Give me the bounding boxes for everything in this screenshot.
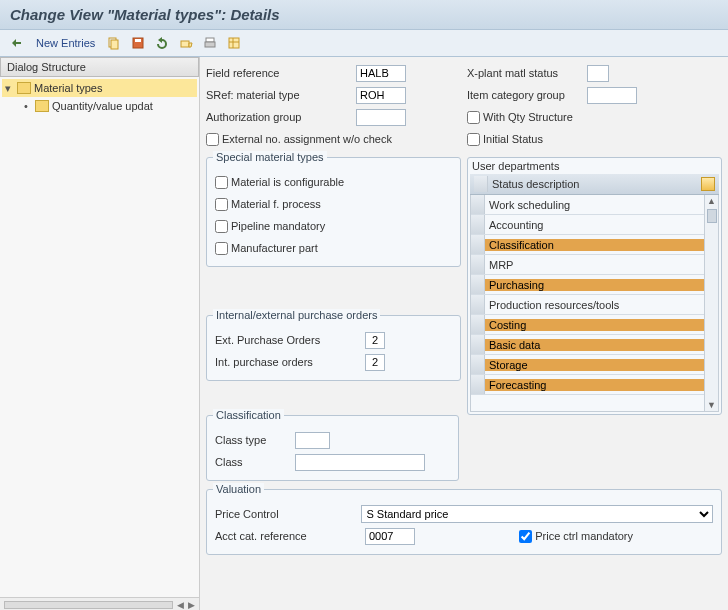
status-column-header[interactable]: Status description (488, 178, 701, 190)
user-dept-row[interactable]: Storage (471, 355, 718, 375)
dialog-structure-title: Dialog Structure (0, 57, 199, 77)
row-handle[interactable] (471, 255, 485, 274)
row-handle[interactable] (471, 235, 485, 254)
price-control-select[interactable]: S Standard price (361, 505, 713, 523)
save-icon[interactable] (129, 34, 147, 52)
select-all-handle[interactable] (474, 176, 488, 192)
scroll-down-icon[interactable]: ▼ (707, 399, 716, 411)
pipeline-checkbox[interactable] (215, 220, 228, 233)
group-legend: Classification (213, 409, 284, 421)
group-legend: Special material types (213, 151, 327, 163)
row-handle[interactable] (471, 315, 485, 334)
field-reference-label: Field reference (206, 67, 356, 79)
row-handle[interactable] (471, 335, 485, 354)
acct-cat-label: Acct cat. reference (215, 530, 365, 542)
user-dept-label: Basic data (485, 339, 718, 351)
price-control-label: Price Control (215, 508, 361, 520)
table-settings-icon[interactable] (225, 34, 243, 52)
user-dept-row[interactable]: MRP (471, 255, 718, 275)
process-label: Material f. process (231, 198, 321, 210)
user-dept-label: Production resources/tools (485, 299, 718, 311)
row-handle[interactable] (471, 355, 485, 374)
sref-input[interactable] (356, 87, 406, 104)
int-po-label: Int. purchase orders (215, 356, 365, 368)
initial-status-checkbox[interactable] (467, 133, 480, 146)
int-po-input[interactable] (365, 354, 385, 371)
auth-group-label: Authorization group (206, 111, 356, 123)
row-handle[interactable] (471, 195, 485, 214)
undo-icon[interactable] (153, 34, 171, 52)
configurable-label: Material is configurable (231, 176, 344, 188)
scroll-right-icon[interactable]: ▶ (188, 600, 195, 610)
manufacturer-checkbox[interactable] (215, 242, 228, 255)
table-config-icon[interactable] (701, 177, 715, 191)
bullet-icon: • (20, 100, 32, 112)
pipeline-label: Pipeline mandatory (231, 220, 325, 232)
user-dept-row[interactable]: Purchasing (471, 275, 718, 295)
user-dept-row[interactable]: Classification (471, 235, 718, 255)
row-handle[interactable] (471, 275, 485, 294)
user-departments-group: User departments Status description Work… (467, 157, 722, 415)
process-checkbox[interactable] (215, 198, 228, 211)
user-dept-label: Storage (485, 359, 718, 371)
tree-node-material-types[interactable]: ▾ Material types (2, 79, 197, 97)
user-dept-header: Status description (470, 174, 719, 195)
ext-po-input[interactable] (365, 332, 385, 349)
toggle-icon[interactable] (8, 34, 26, 52)
user-dept-label: Forecasting (485, 379, 718, 391)
withqty-label: With Qty Structure (483, 111, 573, 123)
user-dept-row[interactable]: Costing (471, 315, 718, 335)
xplant-label: X-plant matl status (467, 67, 587, 79)
row-handle[interactable] (471, 295, 485, 314)
collapse-icon[interactable]: ▾ (2, 82, 14, 95)
svg-rect-6 (205, 42, 215, 47)
xplant-input[interactable] (587, 65, 609, 82)
ext-no-checkbox[interactable] (206, 133, 219, 146)
row-handle[interactable] (471, 375, 485, 394)
user-dept-label: Accounting (485, 219, 718, 231)
user-dept-row[interactable]: Accounting (471, 215, 718, 235)
user-dept-list: Work schedulingAccountingClassificationM… (470, 195, 719, 412)
acct-cat-input[interactable] (365, 528, 415, 545)
classification-group: Classification Class type Class (206, 415, 459, 481)
group-legend: Internal/external purchase orders (213, 309, 380, 321)
folder-open-icon (17, 82, 31, 94)
ext-po-label: Ext. Purchase Orders (215, 334, 365, 346)
auth-group-input[interactable] (356, 109, 406, 126)
withqty-checkbox[interactable] (467, 111, 480, 124)
user-dept-scrollbar[interactable]: ▲ ▼ (704, 195, 718, 411)
svg-rect-5 (206, 38, 214, 42)
class-type-input[interactable] (295, 432, 330, 449)
user-dept-row[interactable]: Basic data (471, 335, 718, 355)
purchase-orders-group: Internal/external purchase orders Ext. P… (206, 315, 461, 381)
itemcat-label: Item category group (467, 89, 587, 101)
page-title: Change View "Material types": Details (0, 0, 728, 30)
valuation-group: Valuation Price Control S Standard price… (206, 489, 722, 555)
price-mandatory-checkbox[interactable] (519, 530, 532, 543)
user-dept-label: Classification (485, 239, 718, 251)
user-dept-row[interactable]: Work scheduling (471, 195, 718, 215)
user-dept-row[interactable]: Production resources/tools (471, 295, 718, 315)
manufacturer-label: Manufacturer part (231, 242, 318, 254)
tree-node-quantity-value[interactable]: • Quantity/value updat (2, 97, 197, 115)
user-dept-label: MRP (485, 259, 718, 271)
user-dept-label: Purchasing (485, 279, 718, 291)
configurable-checkbox[interactable] (215, 176, 228, 189)
new-entries-link[interactable]: New Entries (36, 37, 95, 49)
field-reference-input[interactable] (356, 65, 406, 82)
class-type-label: Class type (215, 434, 295, 446)
ext-no-label: External no. assignment w/o check (222, 133, 392, 145)
scroll-up-icon[interactable]: ▲ (707, 195, 716, 207)
row-handle[interactable] (471, 215, 485, 234)
copy-icon[interactable] (105, 34, 123, 52)
scroll-left-icon[interactable]: ◀ (177, 600, 184, 610)
print-icon[interactable] (201, 34, 219, 52)
transport-icon[interactable] (177, 34, 195, 52)
class-input[interactable] (295, 454, 425, 471)
tree-label: Quantity/value updat (52, 100, 153, 112)
itemcat-input[interactable] (587, 87, 637, 104)
scroll-thumb[interactable] (707, 209, 717, 223)
tree-scrollbar[interactable]: ◀ ▶ (0, 597, 199, 610)
user-dept-row[interactable]: Forecasting (471, 375, 718, 395)
group-legend: Valuation (213, 483, 264, 495)
